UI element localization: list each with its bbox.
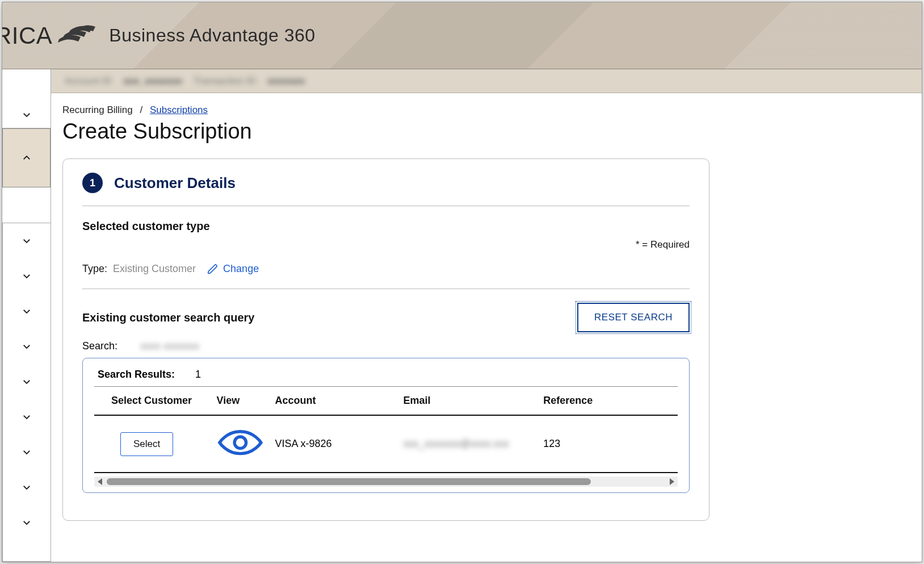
chevron-down-icon (22, 271, 32, 281)
chevron-down-icon (22, 110, 32, 120)
app-header: RICA Business Advantage 360 (2, 2, 922, 69)
meta-value-2: xxxxxxx (267, 76, 305, 87)
search-value: xxxx xxxxxxx (140, 340, 199, 352)
breadcrumb-root: Recurring Billing (62, 105, 133, 115)
change-type-link[interactable]: Change (207, 263, 259, 275)
horizontal-scrollbar[interactable] (94, 477, 678, 487)
bank-flag-icon (58, 22, 96, 49)
cell-account: VISA x-9826 (269, 415, 397, 473)
col-reference: Reference (537, 387, 678, 416)
search-label: Search: (82, 340, 117, 352)
sidebar-item[interactable] (3, 329, 51, 364)
col-select-customer: Select Customer (94, 387, 211, 416)
chevron-down-icon (22, 447, 32, 457)
meta-value-1: xxx_xxxxxxx (123, 76, 182, 87)
breadcrumb: Recurring Billing / Subscriptions (62, 105, 910, 116)
col-account: Account (269, 387, 397, 416)
scroll-left-icon (98, 478, 102, 485)
chevron-down-icon (22, 306, 32, 316)
selected-customer-type-heading: Selected customer type (82, 220, 210, 233)
brand-text-fragment: RICA (2, 22, 52, 49)
search-query-heading: Existing customer search query (82, 311, 254, 324)
product-name: Business Advantage 360 (109, 25, 315, 46)
sidebar-item[interactable] (3, 258, 51, 294)
col-view: View (211, 387, 270, 416)
sidebar-item[interactable] (3, 435, 51, 470)
step-number-badge: 1 (82, 173, 103, 193)
change-label: Change (223, 263, 259, 275)
sidebar-active-item[interactable] (2, 128, 51, 187)
reset-search-button[interactable]: RESET SEARCH (577, 303, 690, 332)
table-row: Select (94, 415, 678, 473)
search-results-count: 1 (195, 369, 201, 381)
cell-email: xxx_xxxxxxx@xxxx.xxx (404, 438, 509, 449)
search-results-box: Search Results: 1 Select Customer View A… (82, 358, 690, 493)
type-label: Type: (82, 263, 107, 275)
sidebar-item[interactable] (3, 364, 51, 399)
chevron-down-icon (22, 412, 32, 422)
sidebar-item[interactable] (3, 399, 51, 435)
col-email: Email (398, 387, 538, 416)
view-customer-button[interactable] (217, 450, 264, 461)
meta-label-1: Account ID (65, 76, 112, 87)
sidebar-item[interactable] (3, 470, 51, 505)
sidebar-item[interactable] (3, 223, 51, 258)
chevron-down-icon (22, 341, 32, 352)
search-results-table: Select Customer View Account Email Refer… (94, 386, 678, 473)
step-title: Customer Details (114, 174, 236, 192)
chevron-down-icon (22, 377, 32, 387)
meta-label-2: Transaction ID (194, 76, 256, 87)
pencil-icon (207, 264, 219, 275)
customer-details-card: 1 Customer Details Selected customer typ… (62, 158, 709, 521)
required-note: * = Required (636, 239, 690, 250)
chevron-down-icon (22, 517, 32, 528)
page-title: Create Subscription (62, 119, 910, 144)
scroll-thumb[interactable] (107, 478, 591, 485)
breadcrumb-link-subscriptions[interactable]: Subscriptions (150, 105, 208, 115)
chevron-up-icon (22, 153, 32, 163)
scroll-right-icon (670, 478, 674, 485)
sidebar-collapse-top[interactable] (2, 69, 51, 128)
sidebar (2, 69, 51, 562)
svg-point-0 (234, 437, 246, 448)
chevron-down-icon (22, 236, 32, 246)
search-results-label: Search Results: (98, 369, 175, 381)
select-customer-button[interactable]: Select (120, 432, 173, 456)
chevron-down-icon (22, 482, 32, 492)
account-meta-bar: Account ID xxx_xxxxxxx Transaction ID xx… (51, 69, 922, 93)
cell-reference: 123 (537, 415, 678, 473)
sidebar-item[interactable] (3, 505, 51, 540)
sidebar-item[interactable] (3, 294, 51, 329)
type-value: Existing Customer (113, 263, 196, 275)
